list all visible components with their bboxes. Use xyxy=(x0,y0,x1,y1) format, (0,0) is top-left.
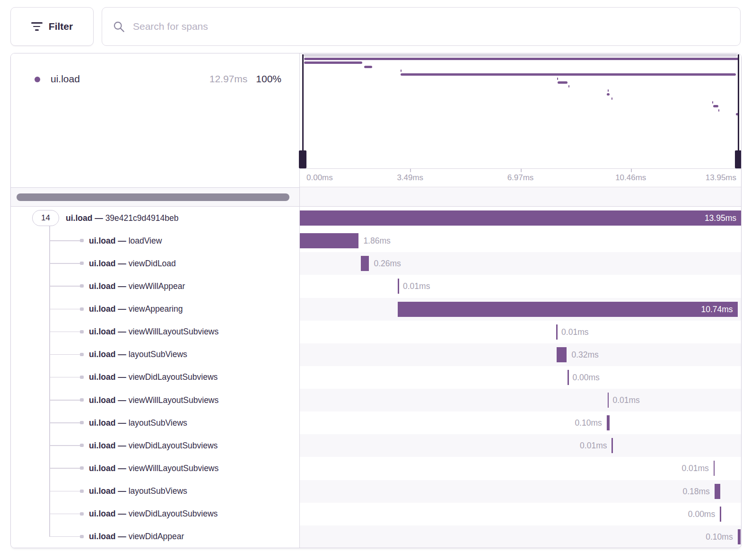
span-bar-cell[interactable]: 0.18ms xyxy=(300,480,741,503)
span-bar-cell[interactable]: 0.01ms xyxy=(300,434,741,457)
span-tree-item[interactable]: ui.load — layoutSubViews xyxy=(11,480,300,503)
span-duration-bar[interactable] xyxy=(557,347,567,362)
span-bar-cell[interactable]: 0.01ms xyxy=(300,275,741,298)
tree-connector-dot xyxy=(80,284,84,288)
span-row: ui.load — layoutSubViews0.32ms xyxy=(11,343,741,366)
horizontal-scrollbar-thumb[interactable] xyxy=(17,193,289,201)
tree-connector-dot xyxy=(80,330,84,333)
span-duration-label: 10.74ms xyxy=(701,302,738,317)
span-row: ui.load — viewWillLayoutSubviews0.01ms xyxy=(11,321,741,343)
span-bar-cell[interactable]: 0.10ms xyxy=(300,411,741,434)
span-duration-label: 0.00ms xyxy=(572,366,599,389)
tree-connector xyxy=(49,263,80,264)
span-rows: 14ui.load — 39e421c9d4914beb13.95msui.lo… xyxy=(11,207,741,548)
filter-button[interactable]: Filter xyxy=(10,7,94,46)
tree-connector-dot xyxy=(80,421,84,424)
tree-connector xyxy=(49,536,80,537)
span-label: ui.load — viewWillAppear xyxy=(89,281,185,291)
span-tree-item[interactable]: ui.load — viewDidAppear xyxy=(11,525,300,548)
tree-connector xyxy=(49,525,50,537)
tree-connector-dot xyxy=(80,512,84,516)
span-duration-bar[interactable] xyxy=(714,461,715,476)
span-label: ui.load — viewWillLayoutSubviews xyxy=(89,395,218,405)
span-duration-label: 0.26ms xyxy=(374,252,401,275)
span-duration-bar[interactable] xyxy=(715,484,720,499)
span-tree-item[interactable]: ui.load — layoutSubViews xyxy=(11,411,300,434)
span-duration-label: 0.10ms xyxy=(575,411,602,434)
span-label: ui.load — loadView xyxy=(89,236,162,246)
span-tree-item[interactable]: ui.load — viewWillLayoutSubviews xyxy=(11,321,300,343)
span-bar-cell[interactable]: 0.01ms xyxy=(300,457,741,480)
minimap-span-bar xyxy=(718,109,719,112)
minimap-left-handle[interactable] xyxy=(299,150,306,168)
minimap-span-bar xyxy=(401,70,402,72)
span-duration-bar[interactable]: 10.74ms xyxy=(398,302,737,317)
axis-tick-label: 0.00ms xyxy=(306,173,333,183)
span-duration-bar[interactable] xyxy=(608,393,609,408)
span-bar-cell[interactable]: 0.01ms xyxy=(300,389,741,411)
span-tree-item[interactable]: ui.load — viewWillLayoutSubviews xyxy=(11,389,300,411)
span-tree-item[interactable]: ui.load — viewWillAppear xyxy=(11,275,300,298)
span-bar-cell[interactable]: 0.32ms xyxy=(300,343,741,366)
axis-tick-label: 10.46ms xyxy=(615,173,646,183)
span-bar-cell[interactable]: 1.86ms xyxy=(300,229,741,252)
span-tree-item[interactable]: ui.load — loadView xyxy=(11,229,300,252)
span-row: ui.load — viewDidLayoutSubviews0.00ms xyxy=(11,366,741,389)
span-duration-bar[interactable] xyxy=(300,233,358,248)
span-label: ui.load — viewDidLayoutSubviews xyxy=(89,441,218,451)
span-label: ui.load — viewDidLoad xyxy=(89,259,176,269)
span-duration-bar[interactable] xyxy=(611,438,613,453)
tree-connector-dot xyxy=(80,535,84,538)
span-duration-bar[interactable] xyxy=(556,324,558,340)
span-label: ui.load — layoutSubViews xyxy=(89,486,187,496)
span-label: ui.load — viewDidAppear xyxy=(89,532,184,542)
span-duration-bar[interactable]: 13.95ms xyxy=(300,210,741,226)
minimap-right-handle[interactable] xyxy=(735,150,742,168)
span-tree-item[interactable]: ui.load — viewAppearing xyxy=(11,298,300,321)
span-duration-bar[interactable] xyxy=(398,279,399,294)
span-tree-item[interactable]: ui.load — layoutSubViews xyxy=(11,343,300,366)
span-tree-item[interactable]: ui.load — viewDidLoad xyxy=(11,252,300,275)
axis-tick-mark xyxy=(521,169,522,172)
axis-tick-mark xyxy=(410,169,411,172)
toolbar: Filter xyxy=(10,7,741,46)
span-count-badge[interactable]: 14 xyxy=(32,210,59,226)
search-input[interactable] xyxy=(133,21,730,32)
tree-connector xyxy=(49,422,80,423)
span-tree-item[interactable]: ui.load — viewWillLayoutSubviews xyxy=(11,457,300,480)
span-duration-bar[interactable] xyxy=(568,370,569,385)
span-tree-item[interactable]: 14ui.load — 39e421c9d4914beb xyxy=(11,207,300,229)
span-label: ui.load — viewDidLayoutSubviews xyxy=(89,509,218,519)
span-summary-row[interactable]: ui.load 12.97ms 100% xyxy=(11,53,299,188)
span-bar-cell[interactable]: 13.95ms xyxy=(300,207,741,229)
span-bar-cell[interactable]: 0.00ms xyxy=(300,503,741,525)
span-duration-bar[interactable] xyxy=(720,507,721,522)
span-bar-cell[interactable]: 0.10ms xyxy=(300,525,741,548)
span-duration-label: 0.10ms xyxy=(706,525,733,548)
span-duration-bar[interactable] xyxy=(607,415,610,430)
tree-connector-dot xyxy=(80,262,84,265)
span-row: ui.load — viewWillLayoutSubviews0.01ms xyxy=(11,389,741,411)
span-tree-item[interactable]: ui.load — viewDidLayoutSubviews xyxy=(11,434,300,457)
span-label: ui.load — 39e421c9d4914beb xyxy=(66,213,178,223)
axis-tick-label: 3.49ms xyxy=(397,173,423,183)
tree-connector xyxy=(49,309,80,310)
minimap-span-bar xyxy=(364,66,372,68)
trace-minimap[interactable] xyxy=(300,53,741,169)
span-label: ui.load — layoutSubViews xyxy=(89,418,187,428)
span-bar-cell[interactable]: 0.00ms xyxy=(300,366,741,389)
tree-connector xyxy=(49,445,80,446)
span-bar-cell[interactable]: 10.74ms xyxy=(300,298,741,321)
span-bar-cell[interactable]: 0.01ms xyxy=(300,321,741,343)
span-duration-bar[interactable] xyxy=(361,256,369,271)
span-search[interactable] xyxy=(102,7,741,46)
span-duration-label: 0.18ms xyxy=(682,480,709,503)
minimap-span-bar xyxy=(713,105,719,107)
span-duration-bar[interactable] xyxy=(738,529,741,544)
tree-connector xyxy=(49,286,80,287)
span-bar-cell[interactable]: 0.26ms xyxy=(300,252,741,275)
minimap-span-bar xyxy=(611,97,612,100)
tree-connector-dot xyxy=(80,490,84,493)
span-tree-item[interactable]: ui.load — viewDidLayoutSubviews xyxy=(11,503,300,525)
span-tree-item[interactable]: ui.load — viewDidLayoutSubviews xyxy=(11,366,300,389)
